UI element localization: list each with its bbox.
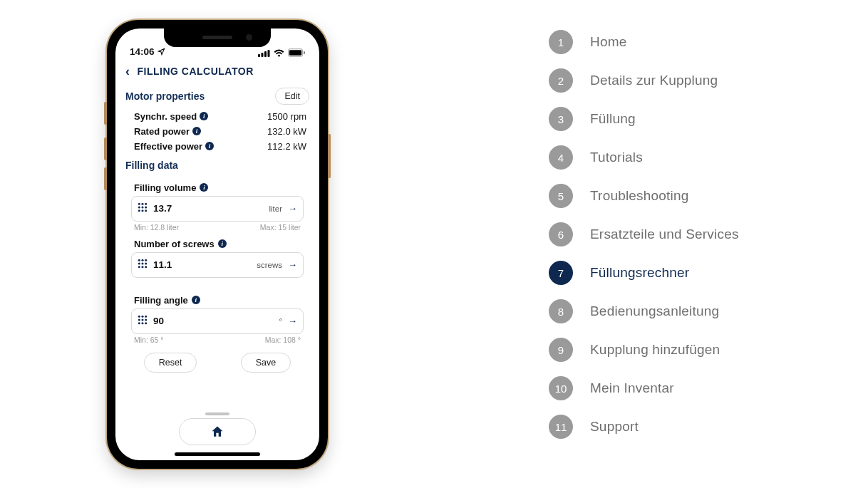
menu-number: 3 [549, 107, 573, 131]
menu-item-9[interactable]: 9Kupplung hinzufügen [549, 338, 868, 362]
numpad-icon[interactable] [138, 259, 148, 271]
info-icon[interactable]: i [192, 296, 200, 304]
home-indicator [175, 452, 260, 456]
property-row: Rated poweri 132.0 kW [125, 124, 309, 139]
svg-point-22 [138, 266, 140, 268]
field-max: Max: 108 ° [265, 336, 301, 344]
svg-point-12 [145, 206, 147, 208]
field-label: Number of screws [134, 239, 215, 249]
field-min: Min: 12.8 liter [134, 223, 179, 232]
svg-point-33 [145, 322, 147, 324]
menu-item-10[interactable]: 10Mein Inventar [549, 376, 868, 400]
arrow-right-icon[interactable]: → [288, 259, 297, 270]
svg-point-24 [145, 266, 147, 268]
battery-icon [288, 48, 305, 57]
menu-number: 5 [549, 184, 573, 208]
menu-item-3[interactable]: 3Füllung [549, 107, 868, 131]
filling-angle-input[interactable]: 90 ° → [131, 308, 304, 334]
svg-rect-3 [268, 50, 270, 57]
info-icon[interactable]: i [205, 142, 214, 150]
section-motor-title: Motor properties [125, 90, 205, 102]
svg-point-21 [145, 262, 147, 264]
svg-point-29 [141, 318, 143, 321]
menu-item-11[interactable]: 11Support [549, 415, 868, 439]
menu-item-8[interactable]: 8Bedienungsanleitung [549, 299, 868, 323]
field-label: Filling volume [134, 182, 196, 193]
field-min: Min: 65 ° [134, 336, 164, 344]
panel-drag-handle[interactable] [115, 403, 319, 415]
info-icon[interactable]: i [200, 112, 208, 120]
menu-label: Füllungsrechner [590, 265, 689, 281]
field-label: Filling angle [134, 295, 188, 306]
menu-item-2[interactable]: 2Details zur Kupplung [549, 68, 868, 93]
menu-number: 8 [549, 299, 573, 323]
menu-label: Support [590, 419, 639, 435]
svg-rect-1 [262, 53, 264, 57]
back-icon[interactable]: ‹ [125, 64, 130, 79]
menu-label: Kupplung hinzufügen [590, 342, 720, 358]
menu-number: 10 [549, 376, 573, 400]
cellular-icon [258, 49, 270, 57]
phone-mockup: 14:06 ‹ FILLING CALCULATOR [107, 20, 328, 469]
number-of-screws-input[interactable]: 11.1 screws → [131, 252, 304, 278]
field-value: 13.7 [153, 203, 263, 214]
wifi-icon [274, 49, 284, 57]
svg-rect-5 [289, 50, 301, 56]
menu-item-5[interactable]: 5Troubleshooting [549, 184, 868, 208]
menu-number: 7 [549, 261, 573, 285]
field-unit: ° [279, 317, 282, 326]
numpad-icon[interactable] [138, 202, 148, 214]
svg-point-27 [145, 316, 147, 318]
location-icon [157, 48, 165, 56]
arrow-right-icon[interactable]: → [288, 316, 297, 326]
svg-point-15 [145, 209, 147, 212]
field-value: 11.1 [153, 259, 251, 270]
menu-label: Ersatzteile und Services [590, 227, 739, 242]
info-icon[interactable]: i [218, 239, 227, 248]
svg-point-11 [141, 206, 143, 208]
svg-rect-6 [304, 51, 305, 54]
reset-button[interactable]: Reset [144, 353, 197, 373]
home-button[interactable] [179, 418, 256, 445]
field-max: Max: 15 liter [260, 223, 301, 232]
filling-volume-input[interactable]: 13.7 liter → [131, 196, 304, 222]
svg-point-14 [141, 209, 143, 212]
numpad-icon[interactable] [138, 315, 148, 327]
arrow-right-icon[interactable]: → [288, 203, 297, 214]
field-unit: screws [257, 261, 282, 269]
app-header: ‹ FILLING CALCULATOR [115, 58, 319, 86]
info-icon[interactable]: i [192, 127, 201, 135]
menu-number: 9 [549, 338, 573, 362]
svg-point-9 [145, 203, 147, 205]
property-value: 132.0 kW [267, 126, 306, 137]
menu-list: 1Home2Details zur Kupplung3Füllung4Tutor… [435, 0, 868, 488]
property-row: Effective poweri 112.2 kW [125, 139, 309, 154]
svg-point-19 [138, 262, 140, 264]
menu-label: Tutorials [590, 150, 643, 165]
svg-point-18 [145, 259, 147, 261]
property-label: Rated power [134, 126, 190, 137]
svg-point-10 [138, 206, 140, 208]
edit-button[interactable]: Edit [275, 88, 309, 105]
menu-number: 11 [549, 415, 573, 439]
svg-point-20 [141, 262, 143, 264]
menu-label: Details zur Kupplung [590, 73, 718, 88]
svg-point-13 [138, 209, 140, 212]
menu-item-1[interactable]: 1Home [549, 30, 868, 54]
svg-rect-0 [258, 54, 260, 57]
page-title: FILLING CALCULATOR [138, 66, 254, 77]
menu-item-7[interactable]: 7Füllungsrechner [549, 261, 868, 285]
status-time: 14:06 [130, 46, 155, 57]
menu-number: 4 [549, 145, 573, 170]
menu-number: 2 [549, 68, 573, 93]
property-row: Synchr. speedi 1500 rpm [125, 109, 309, 124]
property-label: Effective power [134, 141, 202, 152]
field-value: 90 [153, 316, 273, 326]
menu-item-4[interactable]: 4Tutorials [549, 145, 868, 170]
menu-item-6[interactable]: 6Ersatzteile und Services [549, 222, 868, 246]
field-unit: liter [269, 204, 282, 213]
menu-number: 6 [549, 222, 573, 246]
info-icon[interactable]: i [200, 183, 208, 192]
svg-point-32 [141, 322, 143, 324]
save-button[interactable]: Save [241, 353, 291, 373]
